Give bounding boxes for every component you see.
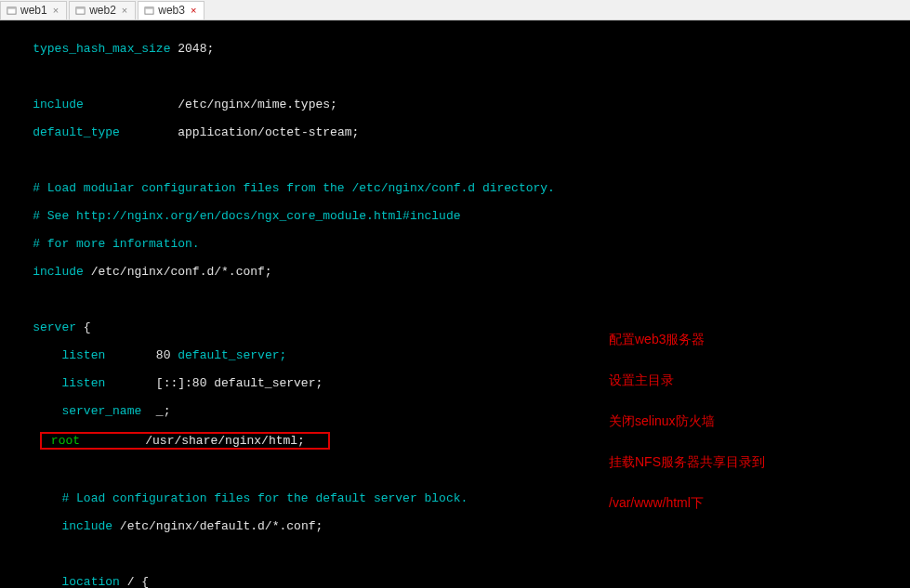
svg-rect-1 [7, 7, 16, 8]
svg-rect-5 [145, 7, 153, 8]
terminal-icon [75, 6, 86, 16]
config-line: default_type application/octet-stream; [4, 125, 906, 139]
blank [4, 293, 906, 307]
config-line: include /etc/nginx/conf.d/*.conf; [4, 265, 906, 279]
tab-web2[interactable]: web2 × [69, 1, 136, 20]
close-icon[interactable]: × [120, 5, 129, 16]
close-icon[interactable]: × [189, 5, 198, 16]
config-line: include /etc/nginx/default.d/*.conf; [4, 519, 906, 533]
annotation-line: 挂载NFS服务器共享目录到 [609, 451, 765, 472]
blank [4, 153, 906, 167]
boxed-root: root /usr/share/nginx/html; [4, 432, 906, 450]
config-comment: # See http://nginx.org/en/docs/ngx_core_… [4, 209, 906, 223]
config-line: listen 80 default_server; [4, 348, 906, 362]
svg-rect-3 [76, 7, 85, 8]
config-line: server { [4, 320, 906, 334]
tab-web3[interactable]: web3 × [138, 1, 204, 20]
annotation-line: 配置web3服务器 [609, 329, 765, 349]
tab-bar: web1 × web2 × web3 × [0, 0, 910, 20]
tab-label: web3 [158, 4, 185, 17]
blank [4, 547, 906, 561]
annotation-line: /var/www/html下 [609, 492, 765, 513]
tab-label: web2 [89, 4, 116, 17]
blank [4, 464, 906, 477]
config-line: include /etc/nginx/mime.types; [4, 98, 906, 111]
tab-web1[interactable]: web1 × [0, 1, 67, 20]
config-line: server_name _; [4, 404, 906, 418]
blank [4, 70, 906, 84]
config-line: listen [::]:80 default_server; [4, 376, 906, 390]
terminal-output[interactable]: types_hash_max_size 2048; include /etc/n… [0, 20, 910, 588]
config-comment: # for more information. [4, 237, 906, 251]
terminal-icon [7, 6, 17, 16]
config-line: location / { [4, 575, 906, 588]
annotation-line: 关闭selinux防火墙 [609, 411, 765, 431]
config-comment: # Load modular configuration files from … [4, 181, 906, 195]
close-icon[interactable]: × [51, 5, 60, 16]
annotation-line: 设置主目录 [609, 370, 765, 390]
config-comment: # Load configuration files for the defau… [4, 491, 906, 505]
terminal-icon [144, 6, 154, 16]
config-line: types_hash_max_size 2048; [4, 42, 906, 56]
annotation-notes: 配置web3服务器 设置主目录 关闭selinux防火墙 挂载NFS服务器共享目… [609, 308, 765, 533]
tab-label: web1 [20, 4, 47, 17]
